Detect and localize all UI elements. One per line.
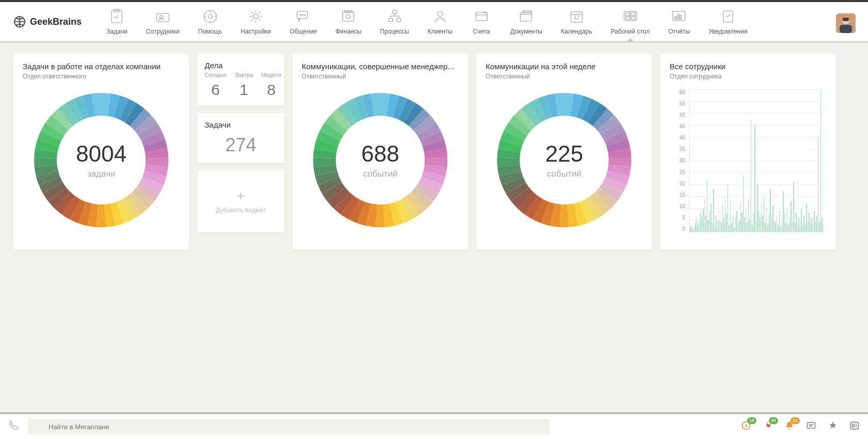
svg-rect-36	[840, 25, 852, 33]
reminders-icon[interactable]: 18	[741, 420, 751, 433]
nav-chat[interactable]: Общение	[290, 8, 317, 35]
nav-reports[interactable]: Отчёты	[668, 8, 690, 35]
svg-rect-19	[476, 12, 487, 21]
deals-col: Завтра1	[235, 72, 253, 99]
widget-tasks-count[interactable]: Задачи 274	[197, 113, 284, 163]
donut-label: задачи	[76, 169, 127, 179]
widget-comm-week[interactable]: Коммуникации на этой неделе Ответственны…	[476, 54, 652, 250]
widget-title: Все сотрудники	[670, 62, 827, 71]
nav-documents[interactable]: Документы	[510, 8, 542, 35]
widget-subtitle: Отдел сотрудника	[670, 73, 827, 80]
bar	[709, 211, 710, 232]
help-icon	[200, 8, 221, 25]
deals-col-head: Сегодня	[205, 72, 226, 78]
urgent-icon[interactable]: 46	[763, 420, 773, 433]
widget-comm-managers[interactable]: Коммуникации, совершенные менеджер... От…	[292, 54, 468, 250]
reminders-badge: 18	[747, 417, 756, 424]
bar	[708, 220, 709, 232]
donut-chart: 688 событий	[302, 85, 459, 235]
bar	[705, 215, 706, 232]
bar	[738, 225, 739, 232]
feed-icon[interactable]	[849, 420, 860, 433]
add-widget-button[interactable]: + Добавить виджет	[197, 170, 284, 232]
bar	[805, 225, 806, 232]
bar	[765, 223, 766, 232]
svg-rect-17	[397, 19, 401, 22]
accounts-icon	[471, 8, 492, 25]
phone-icon[interactable]	[8, 420, 19, 433]
svg-rect-31	[677, 14, 679, 19]
bar	[795, 223, 796, 232]
widget-deals[interactable]: Дела Сегодня6Завтра1Неделя8	[197, 54, 284, 106]
nav-accounts[interactable]: Счета	[471, 8, 492, 35]
svg-point-4	[160, 15, 163, 19]
svg-rect-32	[680, 15, 681, 19]
nav-notifications[interactable]: Уведомления	[708, 8, 747, 35]
nav-label: Процессы	[380, 28, 409, 35]
bar	[721, 223, 722, 232]
nav-processes[interactable]: Процессы	[380, 8, 409, 35]
small-widgets-column: Дела Сегодня6Завтра1Неделя8 Задачи 274 +…	[197, 54, 284, 232]
widget-title: Задачи	[205, 120, 277, 129]
notifications-icon[interactable]: 23	[784, 420, 795, 433]
bar	[780, 227, 781, 232]
nav-label: Помощь	[198, 28, 222, 35]
svg-rect-39	[808, 422, 815, 428]
bar	[788, 225, 789, 232]
nav-help[interactable]: Помощь	[198, 8, 222, 35]
user-avatar[interactable]	[836, 13, 856, 33]
bar	[813, 225, 814, 232]
nav-desktop[interactable]: Рабочий стол	[611, 8, 649, 35]
add-widget-label: Добавить виджет	[216, 207, 266, 214]
favorites-icon[interactable]	[828, 420, 838, 433]
nav-tasks[interactable]: Задачи	[106, 8, 127, 35]
bar	[717, 227, 718, 232]
global-search-input[interactable]	[28, 419, 550, 434]
nav-label: Сотрудники	[146, 28, 179, 35]
bar	[707, 180, 708, 232]
bar	[803, 215, 804, 232]
nav-finance[interactable]: Финансы	[335, 8, 361, 35]
svg-point-11	[304, 14, 305, 15]
donut-value: 225	[545, 141, 583, 167]
donut-value: 688	[361, 141, 399, 167]
nav-label: Уведомления	[708, 28, 747, 35]
nav-calendar[interactable]: 12Календарь	[561, 8, 593, 35]
bar	[775, 223, 776, 232]
nav-label: Задачи	[106, 28, 127, 35]
widget-subtitle: Ответственный	[302, 73, 459, 80]
dashboard: Задачи в работе на отделах компании Отде…	[0, 42, 868, 261]
widget-all-employees[interactable]: Все сотрудники Отдел сотрудника 60555045…	[660, 54, 836, 250]
messages-icon[interactable]	[806, 420, 816, 433]
nav-settings[interactable]: Настройки	[241, 8, 271, 35]
nav-label: Документы	[510, 28, 542, 35]
notifications-badge: 23	[791, 417, 800, 424]
desktop-icon	[620, 8, 641, 25]
topbar: GeekBrains ЗадачиСотрудникиПомощьНастрой…	[0, 0, 868, 42]
svg-rect-27	[626, 17, 630, 19]
brand-logo: GeekBrains	[13, 15, 82, 28]
nav-clients[interactable]: Клиенты	[428, 8, 453, 35]
bar	[752, 225, 753, 232]
svg-point-18	[438, 11, 443, 17]
deals-col-head: Неделя	[261, 72, 281, 78]
nav-label: Финансы	[335, 28, 361, 35]
bar	[733, 215, 734, 232]
tasks-count-value: 274	[205, 134, 277, 156]
svg-rect-30	[675, 17, 676, 19]
bar	[748, 199, 749, 232]
widget-tasks-by-dept[interactable]: Задачи в работе на отделах компании Отде…	[13, 54, 189, 250]
nav-label: Настройки	[241, 28, 271, 35]
widget-subtitle: Ответственный	[486, 73, 643, 80]
bar	[783, 192, 784, 232]
bar	[769, 213, 770, 232]
donut-chart: 8004 задачи	[23, 85, 180, 235]
bar-chart: 605550454035302520151050	[670, 85, 827, 235]
bar	[823, 225, 824, 232]
bar	[779, 211, 780, 232]
svg-rect-15	[393, 10, 397, 13]
tasks-icon	[106, 8, 127, 25]
bar	[778, 225, 779, 232]
nav-employees[interactable]: Сотрудники	[146, 8, 179, 35]
bar	[698, 225, 699, 232]
